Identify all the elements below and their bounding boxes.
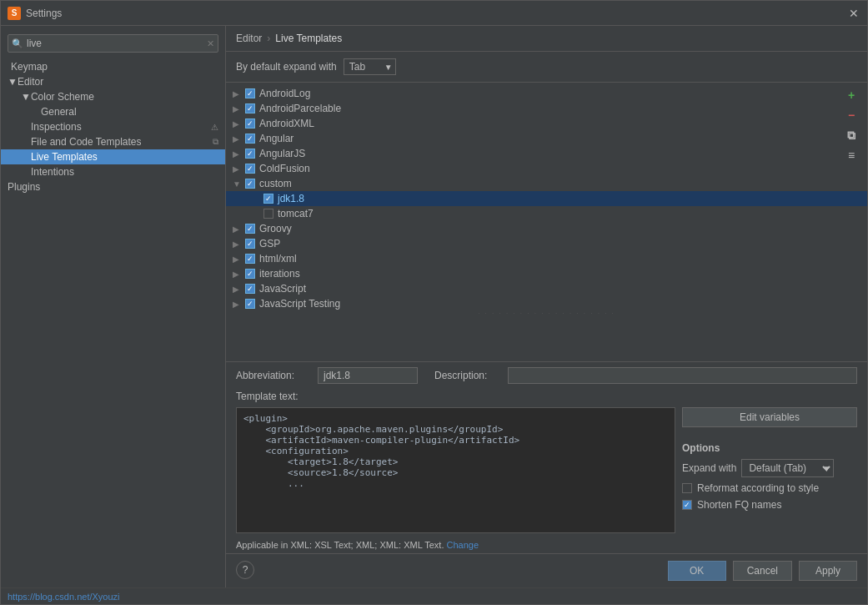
sidebar-item-live-templates[interactable]: Live Templates bbox=[1, 149, 225, 164]
resize-divider[interactable]: · · · · · · · · · · · · · · · · · · · · bbox=[226, 311, 867, 315]
checkbox-html-xml[interactable]: ✓ bbox=[244, 253, 256, 265]
tree-item-label: JavaScript bbox=[259, 283, 306, 295]
sidebar-item-label: Inspections bbox=[31, 121, 82, 133]
copy-template-button[interactable]: ⧉ bbox=[842, 126, 860, 144]
expand-with-options-row: Expand with Default (Tab) Tab Enter ▼ bbox=[682, 459, 857, 477]
help-button[interactable]: ? bbox=[236, 561, 254, 579]
template-code-editor[interactable]: <plugin> <groupId>org.apache.maven.plugi… bbox=[236, 407, 675, 533]
collapse-arrow-icon: ▶ bbox=[233, 104, 241, 113]
tree-item-label: Angular bbox=[259, 133, 294, 144]
collapse-arrow-icon: ▶ bbox=[233, 300, 241, 309]
edit-variables-button[interactable]: Edit variables bbox=[682, 407, 857, 427]
tree-item-jdk18[interactable]: ✓ jdk1.8 bbox=[226, 191, 867, 206]
applicable-text: Applicable in XML: XSL Text; XML; XML: X… bbox=[236, 540, 444, 550]
remove-template-button[interactable]: − bbox=[842, 106, 860, 124]
collapse-arrow-icon: ▶ bbox=[233, 255, 241, 264]
tree-item-javascript[interactable]: ▶ ✓ JavaScript bbox=[226, 281, 867, 296]
search-box: 🔍 ✕ bbox=[8, 34, 218, 53]
checkbox-custom[interactable]: ✓ bbox=[244, 178, 256, 189]
sidebar-item-editor[interactable]: ▼ Editor bbox=[1, 74, 225, 89]
search-input[interactable] bbox=[8, 34, 218, 53]
sidebar-item-file-code-templates[interactable]: File and Code Templates ⧉ bbox=[1, 134, 225, 149]
breadcrumb-live-templates: Live Templates bbox=[275, 33, 342, 44]
checkbox-android-xml[interactable]: ✓ bbox=[244, 118, 256, 129]
move-template-button[interactable]: ≡ bbox=[842, 146, 860, 164]
options-panel: Edit variables Options Expand with Defau… bbox=[682, 407, 857, 533]
tree-item-tomcat7[interactable]: tomcat7 bbox=[226, 206, 867, 221]
expand-with-select[interactable]: Tab Enter Space bbox=[344, 58, 396, 75]
checkbox-groovy[interactable]: ✓ bbox=[244, 223, 256, 234]
tree-item-html-xml[interactable]: ▶ ✓ html/xml bbox=[226, 251, 867, 266]
tree-item-groovy[interactable]: ▶ ✓ Groovy bbox=[226, 221, 867, 236]
shorten-fq-checkbox[interactable]: ✓ bbox=[682, 500, 692, 510]
sidebar-item-label: Keymap bbox=[11, 61, 48, 73]
add-template-button[interactable]: + bbox=[842, 86, 860, 104]
checkbox-jdk18[interactable]: ✓ bbox=[263, 193, 274, 204]
tree-item-android-log[interactable]: ▶ ✓ AndroidLog bbox=[226, 86, 867, 101]
bottom-panel: Abbreviation: Description: Template text… bbox=[226, 361, 867, 553]
reformat-checkbox[interactable] bbox=[682, 483, 692, 493]
tree-item-custom[interactable]: ▼ ✓ custom bbox=[226, 176, 867, 191]
abbreviation-input[interactable] bbox=[318, 367, 418, 384]
collapse-arrow-icon: ▶ bbox=[233, 89, 241, 98]
collapse-arrow-icon: ▼ bbox=[233, 179, 241, 189]
checkbox-android-parcelable[interactable]: ✓ bbox=[244, 103, 256, 114]
search-clear-icon[interactable]: ✕ bbox=[207, 38, 214, 49]
tree-item-gsp[interactable]: ▶ ✓ GSP bbox=[226, 236, 867, 251]
applicable-change-link[interactable]: Change bbox=[447, 540, 479, 550]
status-bar: https://blog.csdn.net/Xyouzi bbox=[1, 587, 867, 604]
sidebar-item-inspections[interactable]: Inspections ⚠ bbox=[1, 119, 225, 134]
checkbox-gsp[interactable]: ✓ bbox=[244, 238, 256, 250]
tree-item-coldfusion[interactable]: ▶ ✓ ColdFusion bbox=[226, 161, 867, 176]
copy-icon: ⧉ bbox=[213, 137, 218, 147]
close-button[interactable]: ✕ bbox=[847, 7, 860, 20]
abbreviation-row: Abbreviation: Description: bbox=[226, 362, 867, 389]
sidebar: 🔍 ✕ Keymap ▼ Editor ▼ Color Scheme bbox=[1, 26, 226, 587]
shorten-fq-label: Shorten FQ names bbox=[697, 499, 781, 511]
sidebar-item-general[interactable]: General bbox=[1, 104, 225, 119]
expand-arrow-icon: ▼ bbox=[21, 91, 31, 103]
sidebar-item-label: File and Code Templates bbox=[31, 136, 142, 148]
tree-item-label: custom bbox=[259, 178, 292, 189]
tree-item-android-parcelable[interactable]: ▶ ✓ AndroidParcelable bbox=[226, 101, 867, 116]
description-input[interactable] bbox=[508, 367, 857, 384]
sidebar-item-plugins[interactable]: Plugins bbox=[1, 179, 225, 194]
breadcrumb-editor: Editor bbox=[236, 33, 262, 44]
collapse-arrow-icon: ▶ bbox=[233, 239, 241, 249]
checkbox-angularjs[interactable]: ✓ bbox=[244, 148, 256, 159]
sidebar-item-intentions[interactable]: Intentions bbox=[1, 164, 225, 179]
checkbox-coldfusion[interactable]: ✓ bbox=[244, 163, 256, 174]
cancel-button[interactable]: Cancel bbox=[733, 561, 792, 581]
breadcrumb-separator: › bbox=[267, 33, 270, 44]
reformat-option-row: Reformat according to style bbox=[682, 482, 857, 494]
description-label: Description: bbox=[434, 370, 501, 381]
tree-item-iterations[interactable]: ▶ ✓ iterations bbox=[226, 266, 867, 281]
checkbox-angular[interactable]: ✓ bbox=[244, 133, 256, 144]
sidebar-item-label: Live Templates bbox=[31, 151, 98, 163]
tree-item-angular[interactable]: ▶ ✓ Angular bbox=[226, 131, 867, 146]
settings-window: S Settings ✕ 🔍 ✕ Keymap ▼ Editor bbox=[0, 0, 868, 605]
expand-with-options-select[interactable]: Default (Tab) Tab Enter bbox=[741, 459, 834, 477]
tree-item-label: ColdFusion bbox=[259, 163, 310, 174]
apply-button[interactable]: Apply bbox=[799, 561, 857, 581]
checkbox-android-log[interactable]: ✓ bbox=[244, 88, 256, 99]
checkbox-iterations[interactable]: ✓ bbox=[244, 268, 256, 280]
template-text-label: Template text: bbox=[226, 389, 867, 404]
tree-item-label: JavaScript Testing bbox=[259, 298, 340, 310]
tree-item-label: Groovy bbox=[259, 223, 292, 234]
titlebar: S Settings ✕ bbox=[1, 1, 867, 26]
warning-icon: ⚠ bbox=[211, 123, 218, 132]
reformat-label: Reformat according to style bbox=[697, 482, 819, 494]
ok-button[interactable]: OK bbox=[668, 561, 726, 581]
checkbox-javascript[interactable]: ✓ bbox=[244, 283, 256, 295]
collapse-arrow-icon: ▶ bbox=[233, 224, 241, 234]
tree-item-label: iterations bbox=[259, 268, 300, 280]
tree-item-angularjs[interactable]: ▶ ✓ AngularJS bbox=[226, 146, 867, 161]
checkbox-javascript-testing[interactable]: ✓ bbox=[244, 298, 256, 310]
sidebar-item-label: Intentions bbox=[31, 166, 74, 178]
sidebar-item-color-scheme[interactable]: ▼ Color Scheme bbox=[1, 89, 225, 104]
checkbox-tomcat7[interactable] bbox=[263, 208, 274, 219]
tree-item-android-xml[interactable]: ▶ ✓ AndroidXML bbox=[226, 116, 867, 131]
collapse-arrow-icon: ▶ bbox=[233, 285, 241, 294]
sidebar-item-keymap[interactable]: Keymap bbox=[1, 59, 225, 74]
